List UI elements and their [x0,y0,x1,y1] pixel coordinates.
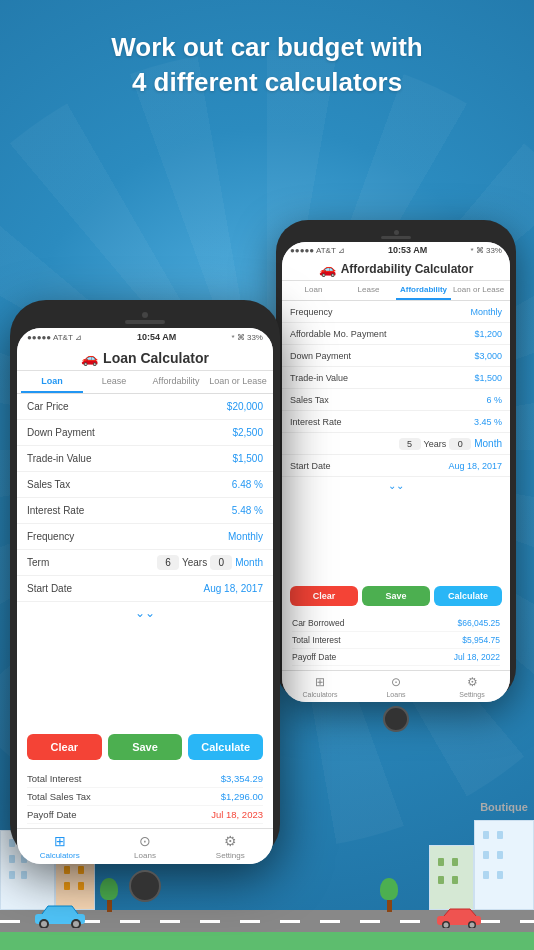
window [438,858,444,866]
front-calc-content: Car Price $20,000 Down Payment $2,500 Tr… [17,394,273,728]
tree-top [100,878,118,900]
back-app-nav: 🚗 Affordability Calculator [282,258,510,281]
tree-trunk [107,900,112,912]
front-tab-affordability[interactable]: Affordability [145,371,207,393]
svg-point-7 [444,923,449,928]
front-status-time: 10:54 AM [137,332,176,342]
front-status-left: ●●●●● AT&T ⊿ [27,333,82,342]
window [78,882,84,890]
back-phone-camera [394,230,399,235]
back-row-mo-payment: Affordable Mo. Payment $1,200 [282,323,510,345]
back-tab-lease[interactable]: Lease [341,281,396,300]
header-line1: Work out car budget with [0,30,534,65]
front-app-nav: 🚗 Loan Calculator [17,346,273,371]
back-clear-button[interactable]: Clear [290,586,358,606]
front-tab-loan[interactable]: Loan [21,371,83,393]
back-status-bar: ●●●●● AT&T ⊿ 10:53 AM * ⌘ 33% [282,242,510,258]
back-row-term: 5 Years 0 Month [282,433,510,455]
back-tabs: Loan Lease Affordability Loan or Lease [282,281,510,301]
tree-1 [100,878,118,912]
window [78,866,84,874]
back-btn-row: Clear Save Calculate [282,581,510,611]
back-app-title: Affordability Calculator [341,262,474,276]
back-phone-screen: ●●●●● AT&T ⊿ 10:53 AM * ⌘ 33% 🚗 Affordab… [282,242,510,702]
window [64,882,70,890]
back-row-down-payment: Down Payment $3,000 [282,345,510,367]
front-row-car-price: Car Price $20,000 [17,394,273,420]
front-bottom-nav: ⊞ Calculators ⊙ Loans ⚙ Settings [17,828,273,864]
front-result-tax: Total Sales Tax $1,296.00 [27,788,263,806]
svg-point-9 [470,923,475,928]
back-tab-loan[interactable]: Loan [286,281,341,300]
front-status-right: * ⌘ 33% [231,333,263,342]
back-result-date: Payoff Date Jul 18, 2022 [292,649,500,666]
front-calculate-button[interactable]: Calculate [188,734,263,760]
front-nav-loans[interactable]: ⊙ Loans [102,833,187,860]
header: Work out car budget with 4 different cal… [0,30,534,100]
back-save-button[interactable]: Save [362,586,430,606]
phone-front: ●●●●● AT&T ⊿ 10:54 AM * ⌘ 33% 🚗 Loan Cal… [10,300,280,860]
front-row-interest: Interest Rate 5.48 % [17,498,273,524]
back-nav-settings[interactable]: ⚙ Settings [434,675,510,698]
svg-point-2 [41,921,47,927]
back-term-row: 5 Years 0 Month [399,438,502,450]
back-phone-speaker [381,236,411,239]
front-row-tax: Sales Tax 6.48 % [17,472,273,498]
front-tab-lease[interactable]: Lease [83,371,145,393]
back-tab-loan-or-lease[interactable]: Loan or Lease [451,281,506,300]
car-right [434,904,484,928]
front-row-term: Term 6 Years 0 Month [17,550,273,576]
front-settings-icon: ⚙ [224,833,237,849]
front-btn-row: Clear Save Calculate [17,728,273,766]
front-calculators-icon: ⊞ [54,833,66,849]
window [483,851,489,859]
window [483,871,489,879]
building-4 [429,845,474,910]
front-tabs: Loan Lease Affordability Loan or Lease [17,371,273,394]
svg-point-4 [73,921,79,927]
back-bottom-nav: ⊞ Calculators ⊙ Loans ⚙ Settings [282,670,510,702]
front-tab-loan-or-lease[interactable]: Loan or Lease [207,371,269,393]
header-line2: 4 different calculators [0,65,534,100]
window [9,855,15,863]
front-nav-settings[interactable]: ⚙ Settings [188,833,273,860]
front-chevron[interactable]: ⌄⌄ [17,602,273,624]
back-chevron[interactable]: ⌄⌄ [282,477,510,494]
back-row-interest: Interest Rate 3.45 % [282,411,510,433]
front-car-icon: 🚗 [81,350,98,366]
front-row-tradein: Trade-in Value $1,500 [17,446,273,472]
back-calculate-button[interactable]: Calculate [434,586,502,606]
back-row-frequency: Frequency Monthly [282,301,510,323]
back-tab-affordability[interactable]: Affordability [396,281,451,300]
building-3: Boutique [474,820,534,910]
back-loans-icon: ⊙ [391,675,401,689]
front-row-frequency: Frequency Monthly [17,524,273,550]
front-term-row: 6 Years 0 Month [157,555,263,570]
back-result-interest: Total Interest $5,954.75 [292,632,500,649]
tree-top [380,878,398,900]
window [483,831,489,839]
back-nav-calculators[interactable]: ⊞ Calculators [282,675,358,698]
tree-2 [380,878,398,912]
window [438,876,444,884]
back-nav-loans[interactable]: ⊙ Loans [358,675,434,698]
front-save-button[interactable]: Save [108,734,183,760]
back-settings-icon: ⚙ [467,675,478,689]
back-status-time: 10:53 AM [388,245,427,255]
front-clear-button[interactable]: Clear [27,734,102,760]
car-left [30,900,90,928]
back-phone-home-button[interactable] [383,706,409,732]
back-row-tax: Sales Tax 6 % [282,389,510,411]
front-row-startdate: Start Date Aug 18, 2017 [17,576,273,602]
front-row-down-payment: Down Payment $2,500 [17,420,273,446]
window [452,858,458,866]
front-phone-camera [142,312,148,318]
window [497,871,503,879]
front-app-title: Loan Calculator [103,350,209,366]
front-results: Total Interest $3,354.29 Total Sales Tax… [17,766,273,828]
window [9,871,15,879]
back-status-left: ●●●●● AT&T ⊿ [290,246,345,255]
window [21,871,27,879]
front-nav-calculators[interactable]: ⊞ Calculators [17,833,102,860]
front-phone-home-button[interactable] [129,870,161,902]
